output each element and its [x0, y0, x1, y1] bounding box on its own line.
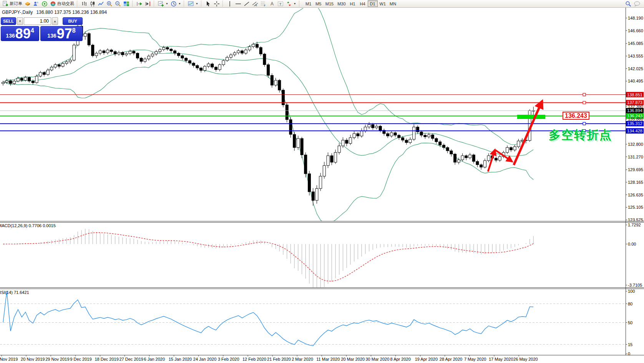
- tf-button-M5[interactable]: M5: [314, 0, 324, 7]
- market-watch-icon: [33, 1, 39, 7]
- toolbar-separator: [222, 1, 224, 7]
- new-chart-button[interactable]: ▼: [157, 0, 169, 7]
- svg-text:12 Feb 2020: 12 Feb 2020: [242, 357, 266, 361]
- line-handle: [583, 101, 586, 104]
- svg-text:9 Dec 2019: 9 Dec 2019: [70, 357, 91, 361]
- macd-axis-tick: 0.00: [628, 242, 636, 246]
- signals-icon: [41, 1, 48, 7]
- new-order-button[interactable]: 新订单: [1, 0, 23, 7]
- zoom-out-button[interactable]: [114, 0, 122, 7]
- bars-chart-button[interactable]: [80, 0, 88, 7]
- svg-text:8 Apr 2020: 8 Apr 2020: [390, 357, 411, 361]
- chat-icon: [634, 1, 641, 7]
- horizontal-line-137.873[interactable]: 137.873: [0, 100, 644, 105]
- svg-text:30 Mar 2020: 30 Mar 2020: [366, 357, 390, 361]
- tf-button-W1[interactable]: W1: [378, 0, 388, 7]
- buy-price-sup: 8: [72, 27, 76, 34]
- arrows-tool-button[interactable]: ▼: [285, 0, 297, 7]
- buy-price-display[interactable]: 136978: [40, 26, 83, 41]
- svg-text:19 Apr 2020: 19 Apr 2020: [415, 357, 438, 361]
- svg-text:143.555: 143.555: [628, 54, 643, 58]
- tf-button-M1[interactable]: M1: [304, 0, 314, 7]
- chart-template-icon: [188, 1, 194, 7]
- navigator-button[interactable]: [23, 0, 32, 7]
- horizontal-line-icon: [235, 1, 241, 7]
- main-toolbar: 新订单 自动交易 ▼ ▼: [0, 0, 644, 8]
- fibonacci-tool-button[interactable]: F: [259, 0, 268, 7]
- svg-text:123.575: 123.575: [628, 218, 643, 222]
- volume-input[interactable]: [24, 17, 51, 25]
- tf-button-M15[interactable]: M15: [324, 0, 335, 7]
- candles-chart-button[interactable]: [88, 0, 97, 7]
- tile-windows-button[interactable]: [122, 0, 131, 7]
- svg-text:7 May 2020: 7 May 2020: [464, 357, 486, 361]
- auto-scroll-button[interactable]: [135, 0, 144, 7]
- tf-button-M30[interactable]: M30: [335, 0, 347, 7]
- rsi-axis-tick: 80: [628, 302, 632, 306]
- sell-price-display[interactable]: 136894: [1, 26, 39, 41]
- crosshair-icon: [214, 1, 220, 7]
- horizontal-line-135.312[interactable]: 135.312: [0, 121, 644, 126]
- market-watch-button[interactable]: [32, 0, 40, 7]
- line-chart-button[interactable]: [97, 0, 105, 7]
- volume-increase-button[interactable]: ▲: [52, 17, 58, 25]
- tf-button-D1[interactable]: D1: [368, 0, 378, 7]
- svg-text:7 Nov 2019: 7 Nov 2019: [0, 357, 18, 361]
- text-icon: A: [269, 1, 275, 7]
- horizontal-line-134.428[interactable]: 134.428: [0, 128, 644, 134]
- svg-text:146.660: 146.660: [628, 28, 643, 33]
- rsi-pane: [0, 291, 626, 346]
- chart-shift-button[interactable]: [144, 0, 152, 7]
- svg-text:21 Feb 2020: 21 Feb 2020: [267, 357, 291, 361]
- toolbar-separator: [201, 1, 202, 7]
- green-highlight-box[interactable]: [517, 115, 545, 119]
- buy-price-big: 97: [57, 28, 72, 40]
- buy-button[interactable]: BUY: [63, 17, 83, 25]
- rsi-axis-tick: 15: [628, 342, 632, 347]
- vertical-line-icon: [227, 1, 233, 7]
- svg-text:F: F: [264, 4, 266, 7]
- svg-text:A: A: [271, 1, 274, 7]
- cursor-tool-button[interactable]: [204, 0, 212, 7]
- chart-title: GBPJPY-,Daily 136.880 137.375 136.236 13…: [2, 10, 109, 15]
- volume-decrease-button[interactable]: ▼: [17, 17, 23, 25]
- price-scale[interactable]: 148.190146.660145.085143.555142.025140.4…: [626, 16, 643, 222]
- text-label-tool-button[interactable]: T: [276, 0, 285, 7]
- arrows-icon: [286, 1, 292, 7]
- equidistant-channel-icon: E: [252, 1, 258, 7]
- svg-text:15 Jan 2020: 15 Jan 2020: [169, 357, 192, 361]
- tf-button-H1[interactable]: H1: [348, 0, 358, 7]
- rsi-axis-tick: 50: [628, 320, 632, 325]
- line-handle: [583, 93, 586, 96]
- svg-text:129.695: 129.695: [628, 167, 643, 172]
- navigator-icon: [25, 1, 31, 7]
- crosshair-tool-button[interactable]: [212, 0, 221, 7]
- tf-button-H4[interactable]: H4: [358, 0, 368, 7]
- svg-text:125.105: 125.105: [628, 205, 643, 210]
- dropdown-caret: ▼: [166, 2, 168, 5]
- text-tool-button[interactable]: A: [268, 0, 276, 7]
- horizontal-line-138.851[interactable]: 138.851: [0, 92, 644, 97]
- search-button[interactable]: [624, 0, 632, 7]
- line-handle: [583, 122, 586, 125]
- tf-button-MN[interactable]: MN: [388, 0, 398, 7]
- periodicity-button[interactable]: ▼: [169, 0, 182, 7]
- horizontal-line-tool-button[interactable]: [234, 0, 242, 7]
- svg-text:145.085: 145.085: [628, 41, 643, 46]
- zoom-in-button[interactable]: [105, 0, 114, 7]
- chart-canvas[interactable]: 138.851137.873136.894136.243135.312134.4…: [0, 0, 644, 363]
- horizontal-line-136.894[interactable]: 136.894: [0, 108, 644, 113]
- price-tag-136243[interactable]: 136.243: [563, 112, 589, 120]
- turning-point-annotation[interactable]: 多空转折点: [549, 127, 612, 143]
- time-scale[interactable]: 7 Nov 201920 Nov 201929 Nov 20199 Dec 20…: [0, 355, 538, 361]
- sell-button[interactable]: SELL: [1, 17, 16, 25]
- chart-template-button[interactable]: ▼: [187, 0, 199, 7]
- auto-trading-button[interactable]: 自动交易: [49, 0, 75, 7]
- chat-button[interactable]: [632, 0, 642, 7]
- vertical-line-tool-button[interactable]: [226, 0, 234, 7]
- signals-button[interactable]: [40, 0, 49, 7]
- trendline-tool-button[interactable]: [242, 0, 251, 7]
- candles-chart-icon: [90, 1, 96, 7]
- svg-text:140.495: 140.495: [628, 79, 643, 83]
- channel-tool-button[interactable]: E: [251, 0, 259, 7]
